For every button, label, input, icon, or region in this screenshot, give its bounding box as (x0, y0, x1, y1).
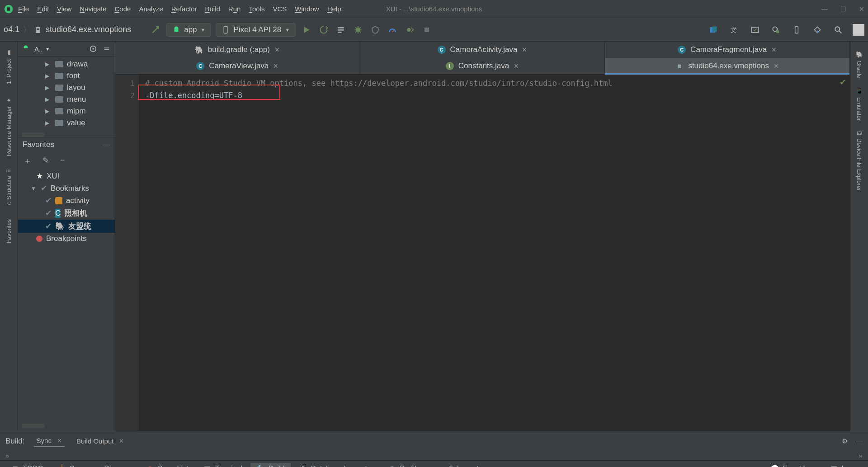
tool-emulator[interactable]: 📱 Emulator (856, 87, 863, 121)
build-tab-output[interactable]: Build Output✕ (74, 435, 127, 447)
tool-structure[interactable]: 7: Structure ⠿ (5, 169, 12, 206)
run-button[interactable] (300, 24, 313, 36)
coverage-icon[interactable] (369, 24, 382, 36)
edit-favorite-icon[interactable]: ✎ (42, 156, 49, 166)
remove-favorite-icon[interactable]: − (60, 156, 65, 166)
bookmark-umeng[interactable]: ✔🐘友盟统 (18, 220, 115, 233)
build-hide-icon[interactable]: — (856, 437, 863, 445)
favorites-breakpoints[interactable]: Breakpoints (18, 233, 115, 245)
tool-build[interactable]: 🔨Build (250, 463, 291, 467)
favorites-hide-icon[interactable]: — (103, 140, 110, 149)
tab-camera-view[interactable]: CCameraView.java✕ (115, 58, 360, 74)
menu-navigate[interactable]: Navigate (80, 5, 106, 13)
code-editor[interactable]: 1 2 # custom Android Studio VM options, … (115, 75, 850, 431)
layout-inspector-icon[interactable] (749, 24, 761, 36)
app-inspection-icon[interactable] (769, 24, 782, 36)
favorites-tree[interactable]: ★XUI ▼✔Bookmarks ✔activity ✔C照相机 ✔🐘友盟统 B… (18, 170, 115, 245)
minimize-button[interactable]: — (821, 5, 828, 13)
tree-folder-layout[interactable]: ▶layou (18, 82, 115, 94)
device-selector[interactable]: Pixel 4 API 28 ▼ (216, 23, 296, 37)
tool-sequence-diagram[interactable]: ⎮Sequence Diagram (52, 463, 138, 467)
stop-button[interactable] (420, 24, 433, 36)
add-favorite-icon[interactable]: ＋ (24, 156, 32, 166)
tool-database-inspector[interactable]: 🗄Database Inspector (292, 463, 380, 467)
apply-code-changes-icon[interactable] (335, 24, 347, 36)
account-avatar[interactable] (853, 24, 864, 36)
menu-tools[interactable]: Tools (249, 5, 264, 13)
close-icon[interactable]: ✕ (273, 62, 278, 70)
menu-run[interactable]: Run (228, 5, 241, 13)
tree-folder-menu[interactable]: ▶menu (18, 94, 115, 105)
favorites-scrollbar[interactable] (22, 424, 44, 428)
close-button[interactable]: ✕ (859, 5, 864, 13)
breadcrumb-project[interactable]: o4.1 (4, 25, 19, 34)
tool-event-log[interactable]: 💬Event Log (764, 463, 821, 467)
close-icon[interactable]: ✕ (119, 438, 124, 444)
tool-profiler[interactable]: ◔Profiler (382, 463, 429, 467)
overflow-right-icon[interactable]: » (859, 452, 863, 459)
run-config-selector[interactable]: app ▼ (166, 23, 211, 37)
tool-device-file-explorer[interactable]: 🗂 Device File Explorer (856, 130, 863, 191)
tool-sonarlint[interactable]: ⊘SonarLint (140, 463, 195, 467)
build-tab-sync[interactable]: Sync✕ (34, 435, 65, 447)
build-settings-icon[interactable]: ⚙ (842, 437, 848, 445)
tab-vmoptions[interactable]: 🗎studio64.exe.vmoptions✕ (605, 58, 850, 74)
tool-project[interactable]: 1: Project ▮ (5, 50, 12, 84)
menu-edit[interactable]: Edit (37, 5, 49, 13)
menu-build[interactable]: Build (205, 5, 220, 13)
menu-analyze[interactable]: Analyze (139, 5, 163, 13)
tab-constants[interactable]: IConstants.java✕ (360, 58, 605, 74)
close-icon[interactable]: ✕ (522, 46, 527, 53)
favorites-list-xui[interactable]: ★XUI (18, 170, 115, 182)
menu-file[interactable]: File (18, 5, 29, 13)
locate-icon[interactable] (89, 44, 98, 53)
close-icon[interactable]: ✕ (774, 62, 779, 70)
tool-favorites[interactable]: Favorites (5, 219, 12, 243)
tab-camera-fragment[interactable]: CCameraFragment.java✕ (605, 42, 850, 58)
avd-manager-icon[interactable] (707, 24, 720, 36)
sync-gradle-icon[interactable] (149, 24, 162, 36)
tree-folder-values[interactable]: ▶value (18, 117, 115, 129)
close-icon[interactable]: ✕ (771, 46, 777, 53)
tool-resource-manager[interactable]: Resource Manager ✦ (5, 97, 12, 156)
sdk-manager-icon[interactable] (811, 24, 824, 36)
menu-vcs[interactable]: VCS (273, 5, 287, 13)
menu-help[interactable]: Help (327, 5, 341, 13)
menu-view[interactable]: View (57, 5, 71, 13)
search-everywhere-icon[interactable] (832, 24, 844, 36)
profiler-icon[interactable] (386, 24, 399, 36)
tree-folder-mipmap[interactable]: ▶mipm (18, 105, 115, 117)
translations-icon[interactable]: 文A (728, 24, 741, 36)
tool-layout-inspector[interactable]: ▦Layo (823, 463, 863, 467)
code-content[interactable]: # custom Android Studio VM options, see … (140, 75, 850, 431)
tab-build-gradle[interactable]: 🐘build.gradle (:app)✕ (115, 42, 360, 58)
tool-logcat[interactable]: ≡6: Logcat (431, 463, 485, 467)
bookmark-camera[interactable]: ✔C照相机 (18, 207, 115, 220)
favorites-bookmarks[interactable]: ▼✔Bookmarks (18, 182, 115, 194)
breadcrumb-file[interactable]: studio64.exe.vmoptions (46, 25, 131, 34)
tree-scrollbar[interactable] (22, 132, 44, 137)
tree-folder-font[interactable]: ▶font (18, 70, 115, 82)
collapse-all-icon[interactable] (102, 44, 111, 53)
apply-changes-icon[interactable] (317, 24, 330, 36)
device-manager-icon[interactable] (790, 24, 803, 36)
close-icon[interactable]: ✕ (57, 437, 62, 444)
bookmark-activity[interactable]: ✔activity (18, 194, 115, 207)
attach-debugger-icon[interactable] (403, 24, 416, 36)
tool-terminal[interactable]: ▣Terminal (197, 463, 248, 467)
tool-todo[interactable]: ≣TODO (5, 463, 50, 467)
menu-code[interactable]: Code (115, 5, 131, 13)
close-icon[interactable]: ✕ (274, 46, 280, 53)
debug-button[interactable] (352, 24, 364, 36)
tab-camera-activity[interactable]: CCameraActivity.java✕ (360, 42, 605, 58)
project-view-selector[interactable]: A..▼ (34, 45, 50, 53)
inspection-ok-icon[interactable]: ✔ (840, 77, 846, 87)
project-tree[interactable]: ▶drawa ▶font ▶layou ▶menu ▶mipm ▶value (18, 57, 115, 131)
menu-refactor[interactable]: Refactor (171, 5, 197, 13)
tree-folder-drawa[interactable]: ▶drawa (18, 58, 115, 70)
overflow-left-icon[interactable]: » (5, 452, 9, 459)
close-icon[interactable]: ✕ (514, 62, 519, 70)
maximize-button[interactable]: ☐ (840, 5, 846, 13)
menu-window[interactable]: Window (295, 5, 319, 13)
tool-gradle[interactable]: 🐘 Gradle (856, 51, 863, 78)
